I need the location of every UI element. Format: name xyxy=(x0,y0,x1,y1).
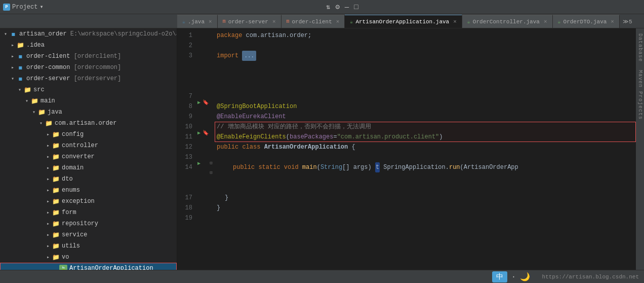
run-icon-8[interactable]: ▶ xyxy=(197,99,200,105)
top-icon-maximize[interactable]: □ xyxy=(352,2,360,12)
tab-order-controller[interactable]: ☕ OrderController.java × xyxy=(462,15,553,28)
arrow-down-icon-6: ▾ xyxy=(37,120,45,126)
folder-icon-pkg: 📁 xyxy=(45,120,53,126)
sidebar-item-dto[interactable]: ▸ 📁 dto xyxy=(0,173,177,185)
sidebar-item-artisan-order[interactable]: ▾ ◼ artisan_order E:\workspace\springclo… xyxy=(0,28,177,40)
sidebar-item-utils[interactable]: ▸ 📁 utils xyxy=(0,240,177,252)
arrow-right-icon-config: ▸ xyxy=(45,131,52,137)
sidebar-item-order-client[interactable]: ▸ ◼ order-client [orderclient] xyxy=(0,51,177,62)
tab-artisan-order-app[interactable]: ☕ ArtisanOrderApplication.java × xyxy=(345,15,462,28)
project-dropdown-icon[interactable]: ▾ xyxy=(39,3,43,11)
folder-icon-ctrl: 📁 xyxy=(52,143,60,149)
sidebar-item-form[interactable]: ▸ 📁 form xyxy=(0,207,177,218)
fold-btn-14b[interactable]: ⊟ xyxy=(208,170,215,175)
sidebar-item-service[interactable]: ▸ 📁 service xyxy=(0,229,177,240)
arrow-right-icon-vo: ▸ xyxy=(45,254,52,260)
arrow-right-icon-form: ▸ xyxy=(45,209,52,216)
sidebar-item-vo[interactable]: ▸ 📁 vo xyxy=(0,252,177,263)
sidebar-item-domain[interactable]: ▸ 📁 domain xyxy=(0,162,177,173)
sidebar-item-artisan-order-app[interactable]: 🍃 ArtisanOrderApplication xyxy=(0,263,177,270)
top-icon-settings[interactable]: ⚙ xyxy=(333,2,341,12)
right-sidebar-handle[interactable]: Database Maven Projects xyxy=(636,28,644,270)
arrow-down-icon: ▾ xyxy=(2,31,9,37)
bottom-bar: 中 · 🌙 https://artisan.blog.csdn.net xyxy=(0,270,644,283)
folder-icon-dto: 📁 xyxy=(52,176,60,182)
code-line-11: @EnableFeignClients(basePackages="com.ar… xyxy=(215,132,636,142)
sidebar-item-idea[interactable]: ▸ 📁 .idea xyxy=(0,40,177,51)
tab-order-dto-close[interactable]: × xyxy=(611,19,614,25)
tab-java[interactable]: ☕ .java × xyxy=(177,15,218,28)
arrow-right-icon-3: ▸ xyxy=(9,64,16,70)
tab-order-server-label: order-server xyxy=(228,19,268,25)
module-icon-order-server: ◼ xyxy=(16,76,24,82)
top-icon-minimize[interactable]: — xyxy=(343,2,351,12)
code-line-9: @EnableEurekaClient xyxy=(215,112,636,122)
code-line-13 xyxy=(215,152,636,162)
maven-label[interactable]: Maven Projects xyxy=(637,70,643,120)
sidebar-item-src[interactable]: ▾ 📁 src xyxy=(0,84,177,95)
arrow-right-icon-enum: ▸ xyxy=(45,187,52,193)
fold-btn-14[interactable]: ⊟ xyxy=(208,160,215,166)
tab-order-client-label: order-client xyxy=(292,19,332,25)
arrow-right-icon-exc: ▸ xyxy=(45,198,52,204)
arrow-down-icon-5: ▾ xyxy=(30,109,37,115)
arrow-right-icon-ctrl: ▸ xyxy=(45,143,52,149)
arrow-right-icon-svc: ▸ xyxy=(45,232,52,238)
run-icon-14[interactable]: ▶ xyxy=(197,160,200,166)
tab-order-controller-close[interactable]: × xyxy=(544,19,547,25)
tab-order-server-close[interactable]: × xyxy=(272,19,276,25)
tab-order-client[interactable]: m order-client × xyxy=(281,15,345,28)
code-content[interactable]: package com.artisan.order; import ... @S… xyxy=(215,28,636,270)
sidebar-item-enums[interactable]: ▸ 📁 enums xyxy=(0,185,177,196)
run-icon-11[interactable]: ▶ xyxy=(197,130,200,136)
top-icon-transfer[interactable]: ⇅ xyxy=(324,2,332,12)
code-line-3: import ... xyxy=(215,51,636,61)
code-line-1: package com.artisan.order; xyxy=(215,30,636,41)
folder-icon-idea: 📁 xyxy=(16,42,24,48)
tab-overflow[interactable]: ≫5 xyxy=(620,15,635,28)
sidebar-item-controller[interactable]: ▸ 📁 controller xyxy=(0,140,177,151)
editor-area: 1 2 3 7 8 9 10 11 12 13 14 17 18 19 xyxy=(177,28,636,270)
database-label[interactable]: Database xyxy=(637,33,643,62)
fold-area: ⊟ ⊟ xyxy=(208,28,215,270)
code-line-5 xyxy=(215,71,636,81)
sidebar-item-com-artisan-order[interactable]: ▾ 📁 com.artisan.order xyxy=(0,118,177,129)
arrow-down-icon-2: ▾ xyxy=(9,76,16,82)
code-line-10: // 增加商品模块 对应的路径，否则不会扫描，无法调用 xyxy=(215,122,636,132)
sidebar-item-main[interactable]: ▾ 📁 main xyxy=(0,95,177,107)
tab-artisan-app-close[interactable]: × xyxy=(453,19,457,25)
arrow-right-icon-repo: ▸ xyxy=(45,221,52,227)
folder-icon-src: 📁 xyxy=(23,87,31,93)
code-line-14: public static void main(String[] args) t… xyxy=(215,162,636,172)
code-line-8: @SpringBootApplication xyxy=(215,101,636,112)
tab-java-close[interactable]: × xyxy=(209,19,212,25)
top-bar: P Project ▾ ⇅ ⚙ — □ xyxy=(0,0,644,14)
sidebar-item-order-common[interactable]: ▸ ◼ order-common [ordercommon] xyxy=(0,62,177,73)
sidebar-item-repository[interactable]: ▸ 📁 repository xyxy=(0,218,177,229)
watermark-url: https://artisan.blog.csdn.net xyxy=(542,274,639,280)
cn-char-1[interactable]: 中 xyxy=(492,271,507,282)
folder-icon-java: 📁 xyxy=(37,109,46,115)
arrow-right-icon: ▸ xyxy=(9,42,16,48)
code-line-15 xyxy=(215,172,636,183)
spring-boot-icon: 🍃 xyxy=(59,265,67,270)
sidebar-item-order-server[interactable]: ▾ ◼ order-server [orderserver] xyxy=(0,73,177,84)
sidebar-item-config[interactable]: ▸ 📁 config xyxy=(0,129,177,140)
tabs-bar: ☕ .java × m order-server × m order-clien… xyxy=(0,14,644,28)
arrow-right-icon-2: ▸ xyxy=(9,53,16,59)
arrow-right-icon-conv: ▸ xyxy=(45,154,52,160)
moon-icon[interactable]: 🌙 xyxy=(520,272,530,282)
code-line-12: public class ArtisanOrderApplication { xyxy=(215,142,636,152)
tab-order-client-close[interactable]: × xyxy=(336,19,340,25)
folder-icon-config: 📁 xyxy=(52,131,60,137)
tab-java-label: .java xyxy=(188,19,205,25)
code-line-17: } xyxy=(215,193,636,203)
sidebar-item-exception[interactable]: ▸ 📁 exception xyxy=(0,196,177,207)
tab-order-dto[interactable]: ☕ OrderDTO.java × xyxy=(553,15,620,28)
code-container[interactable]: 1 2 3 7 8 9 10 11 12 13 14 17 18 19 xyxy=(177,28,636,270)
sidebar-item-converter[interactable]: ▸ 📁 converter xyxy=(0,151,177,162)
cn-buttons-area: 中 · 🌙 xyxy=(492,271,530,282)
sidebar-item-java[interactable]: ▾ 📁 java xyxy=(0,107,177,118)
module-icon: ◼ xyxy=(9,31,17,37)
tab-order-server[interactable]: m order-server × xyxy=(218,15,281,28)
